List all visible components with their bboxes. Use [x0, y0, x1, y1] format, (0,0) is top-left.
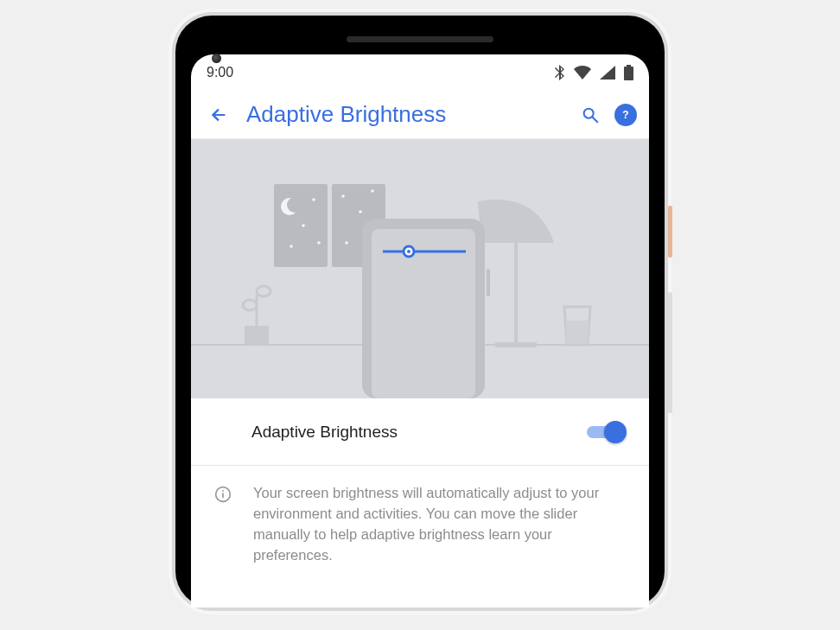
phone-volume-button: [668, 292, 672, 413]
illustration: [191, 139, 649, 398]
svg-rect-25: [372, 229, 475, 398]
wifi-icon: [574, 66, 591, 80]
svg-text:?: ?: [622, 109, 628, 121]
description-row: Your screen brightness will automaticall…: [191, 466, 649, 583]
cellular-icon: [600, 66, 615, 80]
svg-point-11: [290, 245, 293, 248]
info-icon: [213, 485, 232, 504]
status-bar: 9:00: [191, 54, 649, 91]
svg-point-13: [341, 194, 345, 198]
back-button[interactable]: [203, 99, 234, 130]
search-button[interactable]: [575, 99, 606, 130]
app-bar: Adaptive Brightness ?: [191, 91, 649, 139]
battery-icon: [624, 65, 633, 80]
bluetooth-icon: [555, 65, 565, 80]
svg-point-15: [371, 189, 374, 193]
phone-frame: 9:00 Adaptive Brightness: [175, 16, 665, 608]
svg-point-10: [312, 198, 315, 201]
svg-point-12: [317, 241, 321, 245]
svg-line-1: [593, 117, 598, 122]
svg-rect-31: [222, 493, 224, 498]
phone-front-camera: [212, 54, 221, 63]
svg-rect-5: [274, 184, 328, 267]
adaptive-brightness-label: Adaptive Brightness: [251, 423, 587, 442]
svg-point-0: [584, 108, 594, 118]
status-time: 9:00: [207, 65, 233, 80]
svg-rect-18: [245, 326, 269, 345]
svg-rect-32: [222, 490, 224, 492]
svg-rect-26: [487, 269, 490, 296]
page-title: Adaptive Brightness: [246, 101, 575, 128]
svg-point-16: [345, 241, 348, 245]
help-button[interactable]: ?: [614, 104, 637, 126]
phone-power-button: [668, 206, 672, 258]
description-text: Your screen brightness will automaticall…: [253, 483, 627, 566]
svg-rect-23: [566, 321, 589, 343]
svg-point-29: [407, 250, 410, 253]
svg-point-14: [359, 210, 362, 213]
phone-speaker: [347, 36, 493, 42]
adaptive-brightness-toggle[interactable]: [587, 421, 627, 443]
phone-screen: 9:00 Adaptive Brightness: [191, 54, 649, 608]
svg-point-9: [302, 224, 305, 227]
adaptive-brightness-row: Adaptive Brightness: [191, 398, 649, 466]
svg-point-8: [287, 197, 302, 213]
